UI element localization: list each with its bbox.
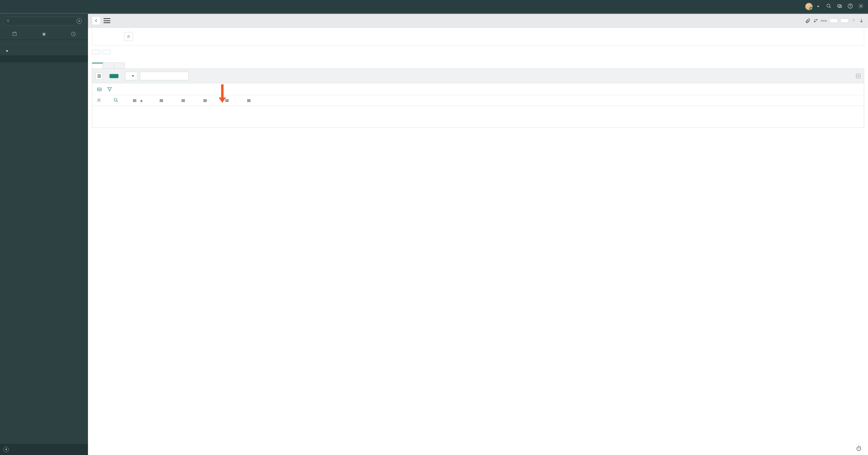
svg-rect-2 [838, 5, 841, 7]
nav-application[interactable] [0, 40, 88, 47]
col-active[interactable] [247, 99, 252, 102]
svg-point-16 [98, 100, 100, 101]
svg-rect-7 [13, 33, 17, 35]
search-field-select[interactable] [125, 72, 136, 80]
svg-line-18 [117, 101, 118, 102]
content-frame: ooo [88, 14, 868, 455]
chevron-down-icon [6, 50, 8, 52]
related-list-tabs [92, 62, 125, 68]
activity-stream-icon[interactable] [96, 86, 102, 92]
form-header: ooo [88, 14, 868, 28]
chat-icon[interactable] [837, 3, 842, 9]
filter-icon [6, 19, 10, 23]
form-context-menu-icon[interactable] [103, 18, 110, 23]
col-resource-path[interactable] [204, 99, 208, 102]
collapse-icon[interactable] [856, 74, 861, 78]
new-button[interactable] [110, 74, 118, 78]
col-name[interactable] [133, 99, 143, 102]
more-options-icon[interactable]: ooo [821, 19, 827, 22]
personalize-list-icon[interactable] [96, 98, 101, 103]
svg-point-5 [850, 7, 850, 7]
list-context-menu-icon[interactable] [95, 72, 103, 80]
col-http-method[interactable] [160, 99, 164, 102]
nav-filter-input[interactable] [12, 19, 76, 23]
form-delete-button[interactable] [102, 50, 111, 54]
svg-point-15 [100, 89, 101, 90]
next-record-icon[interactable] [859, 18, 864, 23]
banner [0, 0, 868, 14]
svg-point-6 [860, 5, 862, 7]
svg-point-13 [98, 89, 99, 90]
svg-rect-11 [128, 36, 129, 38]
nav-tab-favorites[interactable] [29, 28, 59, 40]
svg-point-17 [114, 98, 117, 101]
list-search-input[interactable] [140, 72, 189, 80]
drag-handle-icon [133, 99, 136, 102]
svg-point-14 [99, 89, 100, 90]
nav-tab-history[interactable] [59, 28, 88, 40]
nav-filter-clear-icon[interactable] [76, 19, 82, 24]
nav-module[interactable] [0, 47, 88, 55]
column-search-icon[interactable] [114, 98, 118, 103]
tab-resources[interactable] [92, 63, 103, 68]
filter-funnel-icon[interactable] [107, 86, 113, 92]
empty-message [92, 106, 864, 127]
form-update-button[interactable] [92, 50, 100, 54]
nav-collapse-icon[interactable] [3, 447, 9, 452]
tab-query-parameters[interactable] [114, 63, 125, 68]
tab-request-headers[interactable] [103, 63, 114, 68]
svg-line-1 [830, 7, 831, 8]
lock-icon[interactable] [124, 32, 133, 41]
svg-rect-3 [839, 5, 841, 7]
col-api-version[interactable] [225, 99, 230, 102]
settings-gear-icon[interactable] [858, 3, 864, 9]
help-icon[interactable] [847, 3, 853, 9]
col-relative-path[interactable] [182, 99, 186, 102]
form-section [92, 28, 864, 46]
nav-tab-all[interactable] [0, 28, 29, 40]
sort-asc-icon [140, 100, 143, 101]
header-update-button[interactable] [830, 19, 838, 23]
previous-record-icon[interactable] [851, 18, 856, 23]
user-menu-caret-icon[interactable] [817, 6, 819, 7]
back-button[interactable] [92, 16, 101, 25]
avatar[interactable] [805, 3, 813, 10]
personalize-icon[interactable] [813, 18, 818, 23]
nav-submodule-scripted-rest-apis[interactable] [0, 55, 88, 62]
header-delete-button[interactable] [840, 19, 848, 23]
nav-footer [0, 444, 88, 455]
response-time-icon[interactable] [856, 445, 862, 451]
nav-filter-wrap [3, 17, 85, 26]
global-search-icon[interactable] [826, 3, 832, 9]
attachment-icon[interactable] [805, 18, 811, 23]
svg-point-0 [827, 4, 830, 7]
related-list-resources [92, 68, 864, 128]
svg-point-9 [816, 20, 817, 21]
navigator [0, 14, 88, 455]
